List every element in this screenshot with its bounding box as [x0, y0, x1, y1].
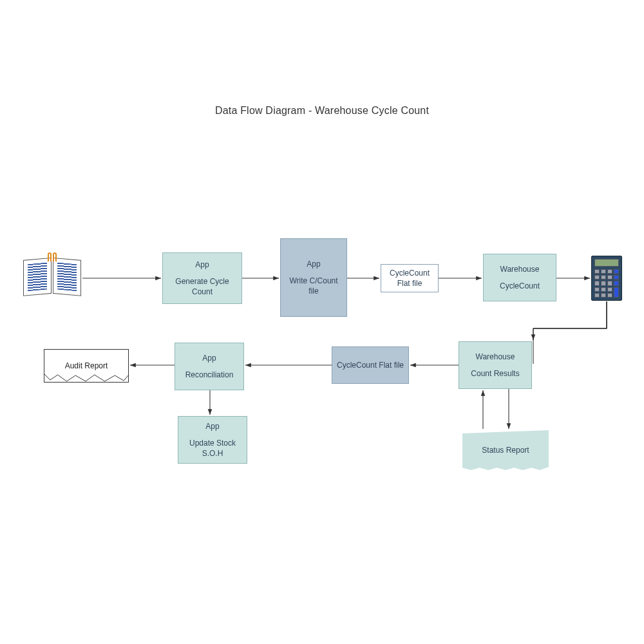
- node-label-top: Warehouse: [500, 264, 540, 274]
- node-warehouse-cyclecount: Warehouse CycleCount: [483, 254, 556, 301]
- book-icon: [23, 258, 81, 296]
- node-label-main: Write C/Count file: [285, 276, 343, 296]
- node-label-top: App: [202, 353, 216, 363]
- node-cyclecount-flatfile-1: CycleCount Flat file: [381, 264, 439, 292]
- node-label-top: App: [205, 421, 219, 431]
- node-label-top: App: [307, 259, 320, 269]
- node-label-main: Generate Cycle Count: [167, 276, 238, 297]
- node-label-main: Audit Report: [65, 361, 108, 370]
- diagram-title: Data Flow Diagram - Warehouse Cycle Coun…: [0, 105, 644, 117]
- node-label-main: CycleCount Flat file: [385, 268, 434, 289]
- node-reconciliation: App Reconciliation: [175, 343, 244, 390]
- node-label-main: Status Report: [482, 446, 529, 455]
- node-label-top: Warehouse: [476, 352, 515, 362]
- calculator-icon: [591, 256, 622, 301]
- node-label-main: CycleCount Flat file: [337, 360, 404, 370]
- node-label-main: Reconciliation: [185, 370, 234, 380]
- node-label-main: Update Stock S.O.H: [182, 438, 243, 459]
- node-write-ccount-file: App Write C/Count file: [280, 238, 347, 317]
- node-status-report: Status Report: [462, 430, 549, 470]
- node-audit-report: Audit Report: [44, 349, 129, 383]
- node-cyclecount-flatfile-2: CycleCount Flat file: [332, 346, 409, 384]
- node-update-stock-soh: App Update Stock S.O.H: [178, 416, 247, 464]
- arrows-layer: [0, 0, 644, 644]
- node-label-top: App: [195, 260, 209, 270]
- node-generate-cycle-count: App Generate Cycle Count: [162, 252, 242, 304]
- node-label-main: Count Results: [471, 368, 519, 379]
- node-label-main: CycleCount: [500, 281, 540, 291]
- node-warehouse-count-results: Warehouse Count Results: [459, 341, 532, 389]
